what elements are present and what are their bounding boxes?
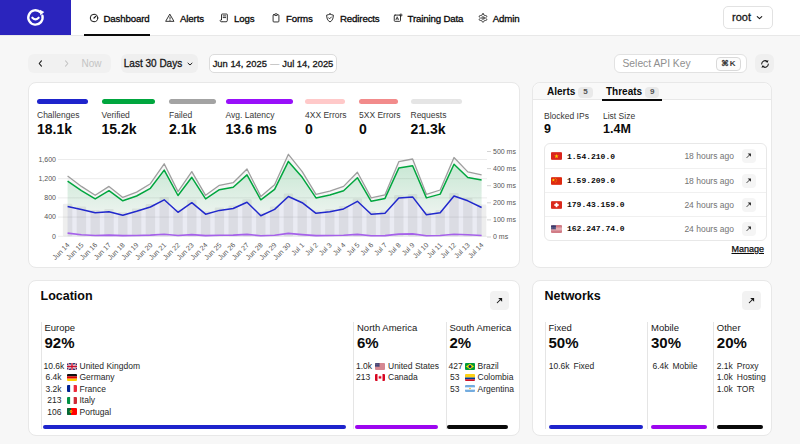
svg-text:400: 400 <box>44 213 56 220</box>
svg-text:800: 800 <box>44 194 56 201</box>
svg-text:0 ms: 0 ms <box>493 233 509 240</box>
svg-text:Jul 14: Jul 14 <box>467 241 485 259</box>
svg-text:1,200: 1,200 <box>38 175 56 182</box>
svg-text:Jul 7: Jul 7 <box>373 241 388 256</box>
svg-text:Jul 2: Jul 2 <box>304 241 319 256</box>
svg-text:0: 0 <box>52 233 56 240</box>
svg-text:Jul 4: Jul 4 <box>331 241 346 256</box>
svg-text:Jul 5: Jul 5 <box>345 241 360 256</box>
svg-text:400 ms: 400 ms <box>493 165 516 172</box>
svg-text:300 ms: 300 ms <box>493 182 516 189</box>
svg-text:Jul 6: Jul 6 <box>359 241 374 256</box>
svg-text:500 ms: 500 ms <box>493 148 516 155</box>
svg-text:1,600: 1,600 <box>38 156 56 163</box>
svg-text:Jul 8: Jul 8 <box>387 241 402 256</box>
svg-text:Jul 3: Jul 3 <box>318 241 333 256</box>
svg-text:Jul 1: Jul 1 <box>290 241 305 256</box>
svg-text:100 ms: 100 ms <box>493 216 516 223</box>
svg-text:200 ms: 200 ms <box>493 199 516 206</box>
